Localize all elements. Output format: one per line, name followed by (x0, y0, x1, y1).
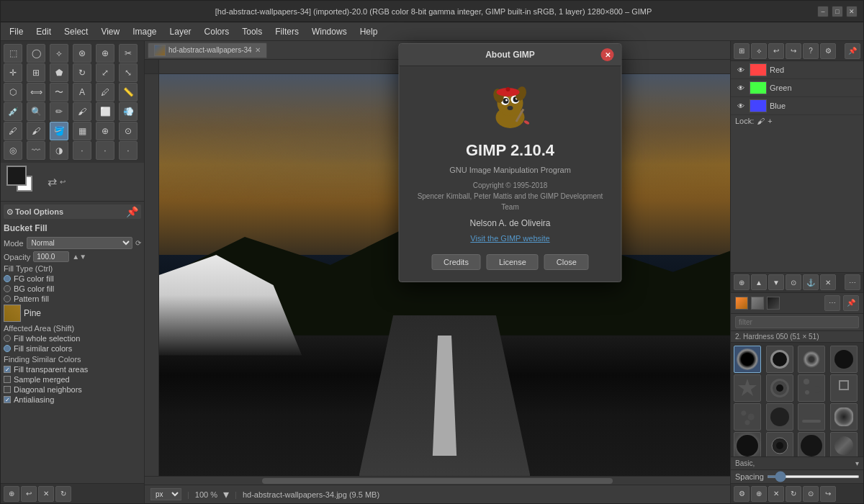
brush-item-9[interactable] (734, 403, 761, 431)
tool-perspective[interactable]: ⬡ (4, 83, 22, 102)
about-dialog-close-button[interactable]: Close (544, 254, 589, 270)
canvas-tab-close[interactable]: ✕ (255, 46, 261, 54)
mode-arrows[interactable]: ⟳ (135, 239, 141, 247)
menu-image[interactable]: Image (127, 25, 162, 38)
tool-measure[interactable]: 📏 (119, 83, 138, 102)
brush-item-13[interactable] (734, 432, 761, 457)
tool-mypaints[interactable]: 🖌 (27, 122, 45, 140)
menu-windows[interactable]: Windows (306, 25, 353, 38)
canvas-tab[interactable]: hd-abstract-wallpapers-34 ✕ (148, 42, 267, 58)
fg-color-fill-radio[interactable] (4, 275, 11, 282)
tool-paintbrush[interactable]: 🖌 (73, 102, 91, 121)
brush-item-1[interactable] (734, 346, 761, 373)
brush-item-6[interactable] (766, 374, 793, 402)
brush-new-icon[interactable]: ⊕ (751, 486, 767, 502)
menu-filters[interactable]: Filters (269, 25, 305, 38)
tool-warp[interactable]: 〜 (50, 83, 68, 102)
fg-color-fill-option[interactable]: FG color fill (4, 274, 141, 283)
reset-colors-icon[interactable]: ↩ (60, 178, 66, 186)
mode-select[interactable]: Normal (27, 237, 132, 249)
about-close-button[interactable]: ✕ (601, 48, 614, 61)
layer-new-btn[interactable]: ⊕ (734, 274, 750, 290)
fg-color-swatch[interactable] (6, 166, 27, 186)
pattern-fill-option[interactable]: Pattern fill (4, 294, 141, 303)
fill-transparent-row[interactable]: ✓ Fill transparent areas (4, 365, 141, 374)
tool-bucket-fill[interactable]: 🪣 (50, 122, 68, 140)
brush-item-10[interactable] (766, 403, 793, 431)
layer-eye-red[interactable]: 👁 (735, 64, 747, 76)
brushes-pin-btn[interactable]: 📌 (843, 295, 859, 311)
menu-help[interactable]: Help (354, 25, 384, 38)
layer-move-up-btn[interactable]: ▲ (751, 274, 767, 290)
menu-layer[interactable]: Layer (164, 25, 197, 38)
help-icon-btn[interactable]: ? (803, 43, 819, 59)
tool-text[interactable]: A (73, 83, 91, 102)
swap-colors-icon[interactable]: ⇄ (48, 175, 57, 189)
brush-item-8[interactable] (830, 374, 858, 402)
tool-ellipse-select[interactable]: ◯ (27, 44, 45, 63)
lock-paint-icon[interactable]: 🖌 (757, 117, 765, 125)
toolbox-undo-btn[interactable]: ↩ (21, 486, 37, 502)
tool-smudge[interactable]: 〰 (27, 141, 45, 160)
layer-delete-btn[interactable]: ✕ (820, 274, 836, 290)
diagonal-neighbors-row[interactable]: Diagonal neighbors (4, 385, 141, 394)
tool-airbrush[interactable]: 💨 (119, 102, 138, 121)
bg-color-fill-option[interactable]: BG color fill (4, 284, 141, 293)
tool-blend[interactable]: ▦ (73, 122, 91, 140)
brush-item-15[interactable] (798, 432, 825, 457)
tool-rect-select[interactable]: ⬚ (4, 44, 22, 63)
tool-rotate[interactable]: ↻ (73, 63, 91, 82)
brush-item-14[interactable] (766, 432, 793, 457)
antialiasing-row[interactable]: ✓ Antialiasing (4, 395, 141, 404)
layer-move-down-btn[interactable]: ▼ (768, 274, 784, 290)
color-swatch-black[interactable] (767, 297, 780, 310)
tool-flip[interactable]: ⟺ (27, 83, 45, 102)
layer-options-btn[interactable]: ⋯ (845, 274, 860, 290)
tool-scale[interactable]: ⤢ (96, 63, 114, 82)
brushes-filter-input[interactable] (735, 316, 859, 328)
sample-merged-row[interactable]: Sample merged (4, 375, 141, 384)
close-button[interactable]: ✕ (846, 6, 858, 17)
brush-settings-icon[interactable]: ⚙ (734, 486, 750, 502)
paths-icon-btn[interactable]: ⟡ (751, 43, 767, 59)
fill-whole-selection-option[interactable]: Fill whole selection (4, 334, 141, 343)
tool-convolve[interactable]: ◎ (4, 141, 22, 160)
opacity-input[interactable] (33, 251, 69, 262)
tool-shear[interactable]: ⤡ (119, 63, 138, 82)
scrollbar-horizontal[interactable] (145, 476, 730, 485)
toolbox-delete-btn[interactable]: ✕ (38, 486, 54, 502)
channels-icon-btn[interactable]: ⊞ (734, 43, 750, 59)
fill-transparent-checkbox[interactable]: ✓ (4, 366, 11, 373)
tool-crop[interactable]: ⬟ (50, 63, 68, 82)
tool-scissors[interactable]: ✂ (119, 44, 138, 63)
menu-edit[interactable]: Edit (30, 25, 57, 38)
tool-clone[interactable]: ⊙ (119, 122, 138, 140)
menu-view[interactable]: View (95, 25, 125, 38)
brush-item-5[interactable] (734, 374, 761, 402)
redo-icon-btn[interactable]: ↪ (786, 43, 801, 59)
pattern-fill-radio[interactable] (4, 295, 11, 302)
layer-duplicate-btn[interactable]: ⊙ (786, 274, 801, 290)
layer-row-blue[interactable]: 👁 Blue (731, 97, 863, 115)
brush-item-7[interactable] (798, 374, 825, 402)
menu-file[interactable]: File (4, 25, 29, 38)
tool-eraser[interactable]: ⬜ (96, 102, 114, 121)
color-swatch-gray[interactable] (751, 297, 764, 310)
layer-row-green[interactable]: 👁 Green (731, 79, 863, 97)
tool-align[interactable]: ⊞ (27, 63, 45, 82)
menu-colors[interactable]: Colors (199, 25, 235, 38)
tool-dodge-burn[interactable]: ◑ (50, 141, 68, 160)
fill-similar-colors-option[interactable]: Fill similar colors (4, 344, 141, 353)
brush-item-4[interactable] (830, 346, 858, 373)
about-website-link[interactable]: Visit the GIMP website (470, 234, 549, 243)
layer-anchor-btn[interactable]: ⚓ (803, 274, 819, 290)
tool-extra2[interactable]: · (96, 141, 114, 160)
brush-extra-icon[interactable]: ⊙ (803, 486, 819, 502)
tool-zoom[interactable]: 🔍 (27, 102, 45, 121)
tool-ink[interactable]: 🖋 (4, 122, 22, 140)
scrollbar-thumb-h[interactable] (262, 478, 613, 484)
bg-color-fill-radio[interactable] (4, 285, 11, 292)
undo-icon-btn[interactable]: ↩ (768, 43, 784, 59)
brush-redo-icon[interactable]: ↪ (820, 486, 836, 502)
minimize-button[interactable]: – (817, 6, 829, 17)
